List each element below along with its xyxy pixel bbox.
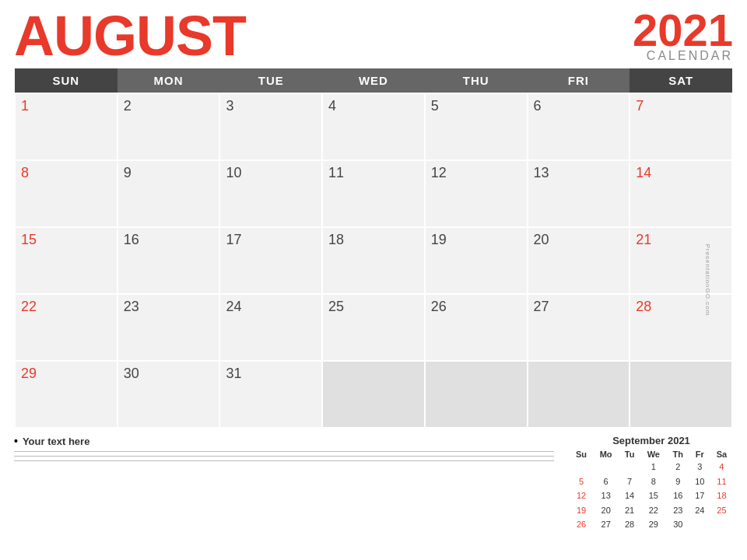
mini-calendar-title: September 2021 (570, 435, 733, 446)
cal-cell-3-1: 15 (15, 227, 117, 294)
mini-cell-4-3: 21 (619, 503, 640, 518)
calendar-week-2: 891011121314 (15, 160, 732, 227)
mini-week-2: 567891011 (570, 474, 733, 489)
mini-week-1: 1234 (570, 460, 733, 474)
day-number: 2 (124, 98, 132, 114)
mini-calendar: September 2021 SuMoTuWeThFrSa 1234567891… (570, 435, 733, 532)
day-number: 25 (328, 299, 344, 314)
mini-cell-3-7: 18 (710, 488, 733, 503)
weekday-header-thu: THU (425, 68, 528, 93)
mini-calendar-body: 1234567891011121314151617181920212223242… (570, 460, 733, 532)
day-number: 26 (431, 299, 447, 314)
cal-cell-4-6: 27 (528, 294, 630, 361)
cal-cell-2-6: 13 (528, 160, 630, 227)
mini-cell-1-6: 3 (689, 460, 710, 474)
mini-cell-4-6: 24 (689, 503, 710, 518)
mini-header-mo: Mo (593, 449, 619, 460)
mini-cell-5-3: 28 (619, 517, 640, 532)
mini-header-tu: Tu (619, 449, 640, 460)
cal-cell-5-6 (528, 361, 630, 428)
mini-header-su: Su (570, 449, 593, 460)
month-title: AUGUST (14, 8, 246, 64)
day-number: 17 (226, 232, 241, 247)
weekday-header-wed: WED (322, 68, 425, 93)
mini-cell-5-1: 26 (570, 517, 593, 532)
cal-cell-3-5: 19 (425, 227, 528, 294)
calendar-week-5: 293031 (15, 361, 732, 428)
mini-cell-4-7: 25 (710, 503, 733, 518)
cal-cell-1-1: 1 (15, 93, 117, 160)
cal-cell-3-3: 17 (219, 227, 322, 294)
day-number: 31 (226, 366, 241, 381)
cal-cell-4-5: 26 (425, 294, 528, 361)
day-number: 24 (226, 299, 241, 314)
mini-cell-4-2: 20 (593, 503, 619, 518)
year-number: 2021 (633, 8, 733, 53)
mini-cell-5-2: 27 (593, 517, 619, 532)
weekday-header-row: SUNMONTUEWEDTHUFRISAT (15, 68, 732, 93)
mini-cell-5-4: 29 (640, 517, 667, 532)
mini-cell-3-2: 13 (593, 488, 619, 503)
mini-cell-1-2 (593, 460, 619, 474)
notes-section: • Your text here (14, 435, 570, 465)
mini-cell-3-3: 14 (619, 488, 640, 503)
day-number: 19 (431, 232, 447, 247)
mini-cell-5-5: 30 (667, 517, 689, 532)
mini-header-we: We (640, 449, 667, 460)
cal-cell-1-2: 2 (117, 93, 220, 160)
note-line-1 (14, 451, 554, 452)
cal-cell-3-6: 20 (528, 227, 630, 294)
mini-cell-1-7: 4 (710, 460, 733, 474)
mini-cell-3-5: 16 (667, 488, 689, 503)
cal-cell-5-4 (322, 361, 425, 428)
day-number: 18 (328, 232, 344, 247)
day-number: 20 (534, 232, 549, 247)
cal-cell-1-7: 7 (630, 93, 732, 160)
mini-cell-2-3: 7 (619, 474, 640, 489)
mini-cell-1-4: 1 (640, 460, 667, 474)
mini-cell-2-4: 8 (640, 474, 667, 489)
mini-cell-2-6: 10 (689, 474, 710, 489)
mini-cell-1-5: 2 (667, 460, 689, 474)
mini-cell-3-4: 15 (640, 488, 667, 503)
mini-week-5: 2627282930 (570, 517, 733, 532)
weekday-header-sat: SAT (630, 68, 732, 93)
day-number: 21 (636, 232, 651, 247)
note-item: • Your text here (14, 435, 554, 447)
weekday-header-fri: FRI (528, 68, 630, 93)
note-line-2 (14, 456, 554, 457)
page-header: AUGUST 2021 CALENDAR (0, 0, 747, 68)
mini-cell-4-4: 22 (640, 503, 667, 518)
cal-cell-1-3: 3 (219, 93, 322, 160)
cal-cell-1-5: 5 (425, 93, 528, 160)
day-number: 28 (636, 299, 651, 314)
calendar-table: SUNMONTUEWEDTHUFRISAT 123456789101112131… (14, 68, 733, 429)
day-number: 7 (636, 98, 644, 114)
cal-cell-5-7 (630, 361, 732, 428)
cal-cell-4-1: 22 (15, 294, 117, 361)
cal-cell-5-2: 30 (117, 361, 220, 428)
weekday-header-sun: SUN (15, 68, 117, 93)
calendar-body: 1234567891011121314151617181920212223242… (15, 93, 732, 428)
mini-cell-3-1: 12 (570, 488, 593, 503)
day-number: 11 (328, 165, 344, 180)
cal-cell-4-7: 28 (630, 294, 732, 361)
year-block: 2021 CALENDAR (633, 8, 733, 62)
day-number: 27 (534, 299, 549, 314)
day-number: 30 (124, 366, 139, 381)
mini-cell-5-7 (710, 517, 733, 532)
cal-cell-1-4: 4 (322, 93, 425, 160)
day-number: 12 (431, 165, 447, 180)
footer: • Your text here September 2021 SuMoTuWe… (0, 429, 747, 532)
calendar-label: CALENDAR (633, 50, 733, 62)
cal-cell-2-3: 10 (219, 160, 322, 227)
cal-cell-2-5: 12 (425, 160, 528, 227)
day-number: 16 (124, 232, 139, 247)
mini-cell-2-5: 9 (667, 474, 689, 489)
weekday-header-tue: TUE (219, 68, 322, 93)
day-number: 22 (21, 299, 37, 314)
day-number: 10 (226, 165, 241, 180)
mini-cell-2-7: 11 (710, 474, 733, 489)
cal-cell-1-6: 6 (528, 93, 630, 160)
cal-cell-4-4: 25 (322, 294, 425, 361)
